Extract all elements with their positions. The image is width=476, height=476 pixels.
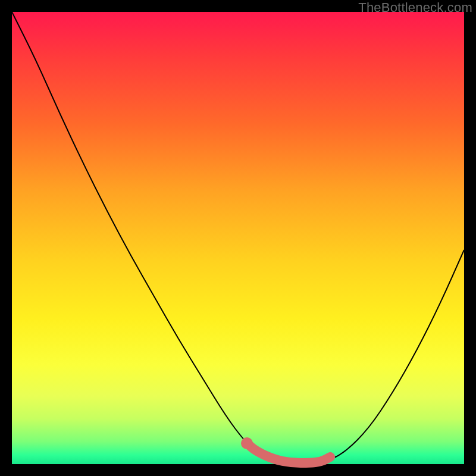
- chart-svg: [12, 12, 464, 464]
- attribution-text: TheBottleneck.com: [358, 0, 472, 15]
- highlight-start-dot: [241, 437, 253, 449]
- plot-area: [12, 12, 464, 464]
- bottleneck-curve: [12, 12, 464, 463]
- optimal-range-highlight: [247, 443, 330, 463]
- chart-stage: TheBottleneck.com: [0, 0, 476, 476]
